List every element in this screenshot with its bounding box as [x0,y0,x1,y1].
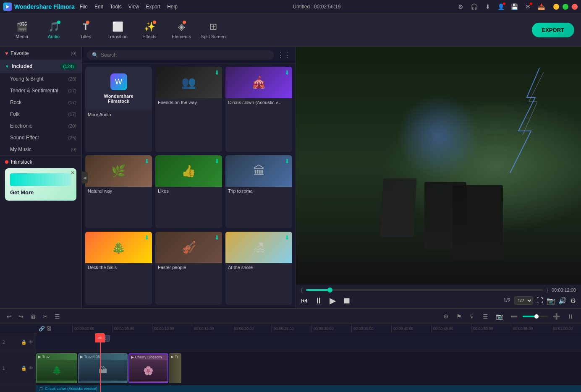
download-icon[interactable]: ⬇ [215,158,220,165]
settings2-icon[interactable]: ⚙ [570,297,576,305]
media-item-likes[interactable]: 👍 ⬇ Likes [155,155,222,228]
zoom-in-icon[interactable]: ➕ [550,311,563,321]
media-item-circus[interactable]: 🎪 ⬇ Circus clown (Acoustic v... [225,67,292,152]
grid-menu-icon[interactable]: ⋮⋮ [277,51,290,59]
download-icon[interactable]: ⬇ [215,69,220,76]
favorite-section[interactable]: ♥ Favorite (0) [0,47,81,60]
tool-effects[interactable]: ✨ Effects [134,17,165,44]
download-icon[interactable]: ⬇ [483,2,493,12]
download-icon[interactable]: ⬇ [285,69,290,76]
track-lock-icon[interactable]: 🔒 [21,366,27,371]
project-title: Untitled : 00:02:56:19 [293,4,340,10]
media-item-wondershare[interactable]: W WondershareFilmstock More Audio [85,67,152,152]
tool-media[interactable]: 🎬 Media [7,17,37,44]
search-input[interactable] [101,52,269,58]
zoom-track[interactable] [523,316,548,317]
import-icon[interactable]: 📥 [537,2,547,12]
maximize-button[interactable] [563,4,568,10]
link-icon[interactable]: ⛓ [47,326,52,332]
camera-icon[interactable]: 📷 [547,297,555,305]
export-button[interactable]: EXPORT [532,23,574,37]
video-clip-trav3[interactable]: ▶ Tr [169,353,181,383]
track-lock-icon[interactable]: 🔒 [21,340,27,345]
play-icon[interactable]: ▶ [330,295,336,306]
track-1-body[interactable]: ▶ Trav 🌲 ▶ Travel 05 🏔 ▶ Che [36,352,581,385]
properties-icon[interactable]: ☰ [53,311,62,321]
stop-icon[interactable]: ⏹ [343,296,351,306]
cut-icon[interactable]: ✂ [41,311,50,321]
track-1: 1 🔒 👁 ▶ Trav 🌲 [0,352,581,385]
track-icon[interactable]: ☰ [480,311,491,321]
settings-icon[interactable]: ⚙ [456,2,466,12]
media-item-trip[interactable]: 🏛 ⬇ Trip to roma [225,155,292,228]
category-young-bright[interactable]: Young & Bright (28) [0,73,81,85]
category-folk[interactable]: Folk (17) [0,108,81,120]
menu-edit[interactable]: Edit [94,4,103,10]
fullscreen-icon[interactable]: ⛶ [537,297,543,304]
filmstock-card[interactable]: ✕ Get More [5,168,76,201]
video-clip-cherry[interactable]: ▶ Cherry Blossom 🌸 [128,353,168,383]
volume-icon[interactable]: 🔊 [558,297,567,305]
track-2-body[interactable]: E [36,333,581,351]
pause-timeline-icon[interactable]: ⏸ [565,311,576,321]
pause-icon[interactable]: ⏸ [314,296,323,306]
skip-back-icon[interactable]: ⏮ [301,297,308,304]
tool-titles[interactable]: T Titles [71,17,101,44]
bracket-left-icon[interactable]: { [301,287,303,293]
category-rock[interactable]: Rock (17) [0,97,81,108]
tool-split-screen[interactable]: ⊞ Split Screen [198,17,228,44]
download-icon[interactable]: ⬇ [144,158,149,165]
cloud-icon[interactable]: 💾 [510,2,520,12]
track-eye-icon[interactable]: 👁 [29,340,33,345]
filmstock-close-icon[interactable]: ✕ [71,170,75,176]
track-eye-icon[interactable]: 👁 [29,366,33,371]
tool-elements[interactable]: ◈ Elements [166,17,196,44]
video-clip-travel2[interactable]: ▶ Travel 05 🏔 [78,353,128,383]
redo-icon[interactable]: ↪ [17,311,25,321]
media-item-friends[interactable]: 👥 ⬇ Friends on the way [155,67,222,152]
bracket-right-icon[interactable]: } [547,287,548,293]
mic-icon[interactable]: 🎙 [467,311,478,321]
download-icon[interactable]: ⬇ [144,234,149,241]
category-my-music[interactable]: My Music (0) [0,144,81,155]
included-section[interactable]: ▼ Included (124) [0,60,81,73]
headphone-icon[interactable]: 🎧 [469,2,479,12]
snapshot-icon[interactable]: 📷 [493,311,505,321]
menu-file[interactable]: File [80,4,88,10]
tool-transition[interactable]: ⬜ Transition [102,17,133,44]
notification-icon[interactable]: 👤 [496,2,506,12]
track-audio-header: 1 🔒 🔊 [0,385,36,392]
zoom-out-icon[interactable]: ➖ [508,311,520,321]
undo-icon[interactable]: ↩ [5,311,13,321]
media-item-shore[interactable]: 🏖 ⬇ At the shore [225,232,292,305]
category-tender[interactable]: Tender & Sentimental (17) [0,85,81,97]
render-icon[interactable]: ⚙ [441,311,451,321]
category-sound-effect[interactable]: Sound Effect (25) [0,132,81,144]
category-electronic[interactable]: Electronic (20) [0,120,81,132]
media-item-faster[interactable]: 🎻 ⬇ Faster people [155,232,222,305]
mail-icon[interactable]: ✉ [523,2,533,12]
media-item-natural[interactable]: 🌿 ⬇ Natural way [85,155,152,228]
download-icon[interactable]: ⬇ [285,158,290,165]
track-audio-body[interactable]: 🎵 Circus clown (Acoustic version) [36,385,581,392]
page-select[interactable]: 1/2 2/2 [514,296,533,305]
menu-tools[interactable]: Tools [110,4,122,10]
menu-help[interactable]: Help [167,4,178,10]
menu-view[interactable]: View [128,4,139,10]
marker-icon[interactable]: ⚑ [454,311,464,321]
snap-icon[interactable]: 🔗 [39,326,45,332]
video-clip-travel[interactable]: ▶ Trav 🌲 [36,353,77,383]
download-icon[interactable]: ⬇ [285,234,290,241]
delete-icon[interactable]: 🗑 [29,311,38,321]
close-button[interactable] [572,4,578,10]
panel-collapse-arrow[interactable]: ◀ [82,172,88,183]
category-count: (28) [68,76,76,81]
tool-audio[interactable]: 🎵 Audio [39,17,69,44]
progress-bar[interactable] [306,289,543,291]
get-more-label[interactable]: Get More [10,189,71,196]
download-icon[interactable]: ⬇ [215,234,220,241]
minimize-button[interactable] [553,4,559,10]
media-item-deck[interactable]: 🎄 ⬇ Deck the halls [85,232,152,305]
menu-export[interactable]: Export [146,4,161,10]
playhead-head[interactable]: ✂ [95,333,105,342]
